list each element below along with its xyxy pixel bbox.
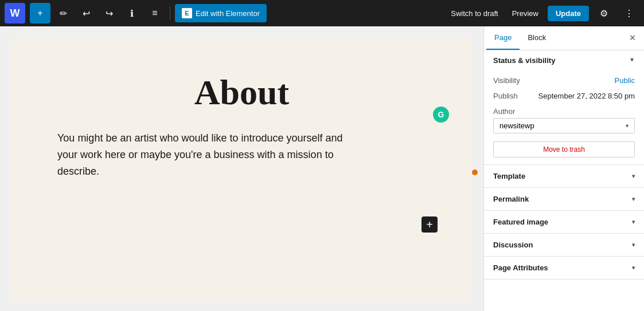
chevron-up-icon: ▲ — [629, 57, 635, 64]
info-icon: ℹ — [130, 8, 134, 19]
main-layout: About You might be an artist who would l… — [0, 26, 644, 311]
undo-button[interactable]: ↩ — [76, 3, 96, 23]
publish-date-value[interactable]: September 27, 2022 8:50 pm — [538, 92, 635, 100]
more-options-button[interactable]: ⋮ — [619, 3, 639, 23]
grammarly-button[interactable]: G — [433, 107, 449, 123]
switch-to-draft-button[interactable]: Switch to draft — [446, 6, 502, 21]
author-select[interactable]: newsitewp ▾ — [493, 118, 635, 133]
publish-field: Publish September 27, 2022 8:50 pm — [493, 88, 635, 104]
chevron-down-icon: ▾ — [632, 242, 635, 248]
page-body-text[interactable]: You might be an artist who would like to… — [57, 130, 356, 179]
status-visibility-header[interactable]: Status & visibility ▲ — [484, 50, 644, 70]
settings-sidebar: Page Block × Status & visibility ▲ Visib… — [483, 26, 644, 311]
info-button[interactable]: ℹ — [122, 3, 142, 23]
toolbar-right-actions: Switch to draft Preview Update ⚙ ⋮ — [446, 3, 639, 23]
undo-icon: ↩ — [83, 8, 90, 19]
page-title[interactable]: About — [57, 72, 426, 113]
author-section: Author newsitewp ▾ — [493, 104, 635, 137]
redo-icon: ↪ — [106, 8, 113, 19]
edit-with-elementor-button[interactable]: E Edit with Elementor — [175, 4, 267, 22]
sidebar-close-button[interactable]: × — [623, 29, 642, 48]
chevron-down-icon: ▾ — [632, 173, 635, 179]
toolbar-divider — [170, 6, 170, 20]
tab-page[interactable]: Page — [486, 26, 520, 50]
visibility-value[interactable]: Public — [615, 76, 635, 85]
status-visibility-section: Status & visibility ▲ Visibility Public … — [484, 50, 644, 165]
page-content-area: About You might be an artist who would l… — [11, 38, 472, 301]
featured-image-section[interactable]: Featured image ▾ — [484, 211, 644, 234]
template-section[interactable]: Template ▾ — [484, 165, 644, 188]
move-to-trash-button[interactable]: Move to trash — [493, 141, 635, 158]
elementor-icon: E — [182, 8, 192, 18]
gear-icon: ⚙ — [600, 8, 608, 19]
wp-logo[interactable]: W — [5, 3, 25, 23]
preview-button[interactable]: Preview — [508, 6, 543, 21]
sidebar-tabs-header: Page Block × — [484, 26, 644, 50]
more-icon: ⋮ — [625, 8, 634, 19]
chevron-down-icon: ▾ — [632, 196, 635, 202]
main-toolbar: W + ✏ ↩ ↪ ℹ ≡ E Edit with Elementor Swit… — [0, 0, 644, 26]
permalink-section[interactable]: Permalink ▾ — [484, 188, 644, 211]
orange-dot-indicator — [472, 170, 478, 175]
page-attributes-section[interactable]: Page Attributes ▾ — [484, 257, 644, 279]
chevron-down-icon: ▾ — [632, 265, 635, 271]
update-button[interactable]: Update — [548, 6, 589, 21]
visibility-field: Visibility Public — [493, 73, 635, 88]
list-icon: ≡ — [152, 8, 157, 18]
chevron-down-icon: ▾ — [626, 123, 629, 129]
list-view-button[interactable]: ≡ — [145, 3, 165, 23]
add-block-inline-button[interactable]: + — [421, 216, 438, 233]
tab-block[interactable]: Block — [520, 26, 554, 50]
settings-button[interactable]: ⚙ — [594, 3, 614, 23]
redo-button[interactable]: ↪ — [99, 3, 119, 23]
close-icon: × — [630, 32, 636, 44]
chevron-down-icon: ▾ — [632, 219, 635, 225]
pen-tool-button[interactable]: ✏ — [53, 3, 73, 23]
add-block-toolbar-button[interactable]: + — [30, 3, 50, 23]
pen-icon: ✏ — [60, 8, 67, 19]
editor-canvas: About You might be an artist who would l… — [0, 26, 483, 311]
discussion-section[interactable]: Discussion ▾ — [484, 234, 644, 257]
status-visibility-content: Visibility Public Publish September 27, … — [484, 70, 644, 164]
